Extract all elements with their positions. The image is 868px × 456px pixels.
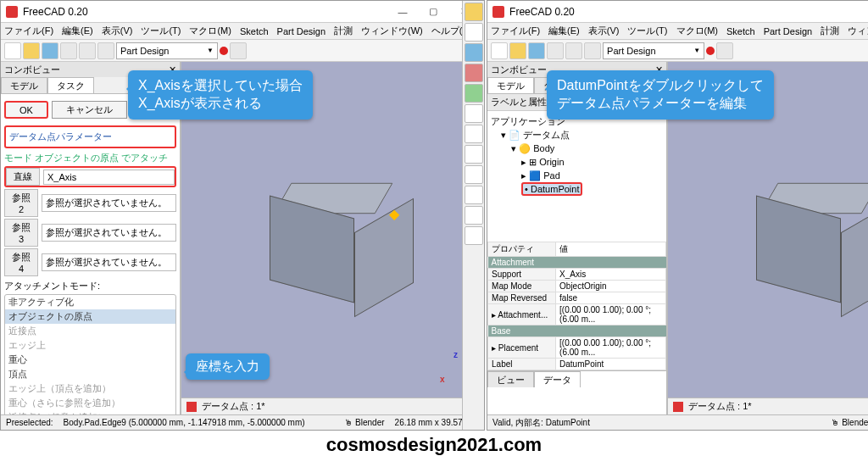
save-icon[interactable] [528, 42, 545, 59]
watermark: cosmosdesign2021.com [0, 431, 868, 456]
annotation-callout-xaxis: X_Axisを選択していた場合 X_Axisが表示される [128, 70, 313, 120]
menu-sketch[interactable]: Sketch [240, 26, 269, 36]
tool-icon[interactable] [465, 165, 483, 184]
ref4-value[interactable]: 参照が選択されていません。 [42, 253, 176, 271]
prop-attoff-val[interactable]: [(0.00 0.00 1.00); 0.00 °; (6.00 m... [556, 304, 666, 325]
redo-icon[interactable] [79, 42, 96, 59]
pocket-icon[interactable] [465, 64, 483, 82]
menu-file[interactable]: ファイル(F) [4, 25, 53, 37]
model-tree[interactable]: アプリケーション ▾ 📄 データム点 ▾ 🟡 Body ▸ ⊞ Origin ▸… [487, 111, 666, 199]
menu-edit[interactable]: 編集(E) [548, 25, 580, 37]
prop-support-val[interactable]: X_Axis [556, 269, 666, 281]
toolbar-top: Part Design [1, 40, 484, 62]
menu-partdesign[interactable]: Part Design [764, 26, 812, 36]
attach-mode-item-selected[interactable]: オブジェクトの原点 [5, 309, 175, 324]
ref3-label: 参照 3 [4, 219, 38, 247]
attach-mode-item[interactable]: 近接点 [5, 324, 175, 338]
cube-model [756, 181, 868, 309]
attach-mode-item[interactable]: エッジ上 [5, 338, 175, 353]
status-preselect-value: Body.Pad.Edge9 (5.000000 mm, -1.147918 m… [64, 418, 305, 427]
cancel-button[interactable]: キャンセル [52, 101, 127, 119]
menu-partdesign[interactable]: Part Design [277, 26, 326, 36]
revolve-icon[interactable] [465, 84, 483, 103]
macro-play-icon[interactable] [230, 42, 247, 59]
workbench-selector[interactable]: Part Design [603, 42, 704, 59]
prop-label-val[interactable]: DatumPoint [556, 359, 666, 370]
prop-placement-key: Placement [498, 343, 538, 353]
tree-origin[interactable]: Origin [539, 157, 564, 167]
tab-data[interactable]: データ [534, 371, 581, 387]
new-doc-icon[interactable] [491, 42, 508, 59]
menu-view[interactable]: 表示(V) [102, 25, 133, 37]
menu-sketch[interactable]: Sketch [726, 26, 755, 36]
menu-macro[interactable]: マクロ(M) [676, 25, 719, 37]
tool-icon[interactable] [465, 104, 483, 123]
menu-measure[interactable]: 計測 [334, 25, 353, 37]
window-title: FreeCAD 0.20 [23, 6, 387, 18]
ref2-value[interactable]: 参照が選択されていません。 [42, 194, 176, 212]
tab-view[interactable]: ビュー [487, 371, 534, 387]
workbench-selector[interactable]: Part Design [116, 42, 218, 59]
redo-icon[interactable] [565, 42, 582, 59]
menubar: ファイル(F) 編集(E) 表示(V) ツール(T) マクロ(M) Sketch… [487, 23, 868, 40]
menu-window[interactable]: ウィンドウ(W) [848, 25, 868, 37]
titlebar: FreeCAD 0.20 — ▢ ✕ [1, 1, 484, 23]
tool-icon[interactable] [465, 186, 483, 204]
menu-macro[interactable]: マクロ(M) [189, 25, 231, 37]
window-title: FreeCAD 0.20 [509, 6, 868, 18]
minimize-button[interactable]: — [387, 2, 418, 22]
tool-icon[interactable] [465, 145, 483, 164]
tree-pad[interactable]: Pad [543, 170, 560, 181]
record-icon[interactable] [220, 47, 228, 55]
app-logo-icon [492, 6, 504, 18]
menu-window[interactable]: ウィンドウ(W) [361, 25, 423, 37]
open-icon[interactable] [23, 42, 40, 59]
tool-icon[interactable] [465, 226, 483, 245]
refresh-icon[interactable] [97, 42, 114, 59]
menu-tools[interactable]: ツール(T) [141, 25, 181, 37]
doc-tab[interactable]: データム点 : 1* [688, 400, 752, 413]
prop-placement-val[interactable]: [(0.00 0.00 1.00); 0.00 °; (6.00 m... [556, 337, 666, 359]
status-bar: Valid, 内部名: DatumPoint 🖱 Blender 26.18 m… [487, 414, 868, 430]
doc-tab[interactable]: データム点 : 1* [202, 400, 265, 413]
attach-mode-item[interactable]: エッジ上（頂点を追加） [5, 381, 175, 396]
prop-mapmode-key: Map Mode [488, 281, 556, 292]
tab-task[interactable]: タスク [47, 77, 94, 93]
maximize-button[interactable]: ▢ [418, 2, 448, 22]
tab-model[interactable]: モデル [1, 77, 47, 93]
prop-maprev-val[interactable]: false [556, 292, 666, 304]
menu-view[interactable]: 表示(V) [588, 25, 620, 37]
prop-col-val: 値 [556, 242, 666, 257]
save-icon[interactable] [42, 42, 58, 59]
nav-style[interactable]: 🖱 Blender [344, 418, 384, 427]
tool-icon[interactable] [465, 125, 483, 143]
tree-datumpoint[interactable]: DatumPoint [531, 184, 579, 194]
tree-body[interactable]: Body [533, 143, 554, 153]
menu-file[interactable]: ファイル(F) [491, 25, 540, 37]
ref3-value[interactable]: 参照が選択されていません。 [42, 224, 176, 242]
undo-icon[interactable] [547, 42, 564, 59]
menu-measure[interactable]: 計測 [821, 25, 839, 37]
toolbar-top: Part Design [487, 40, 868, 62]
attach-mode-list[interactable]: 非アクティブ化 オブジェクトの原点 近接点 エッジ上 重心 頂点 エッジ上（頂点… [4, 294, 176, 414]
prop-label-key: Label [488, 359, 556, 370]
menu-tools[interactable]: ツール(T) [627, 25, 667, 37]
record-icon[interactable] [706, 47, 715, 55]
ref1-value[interactable]: X_Axis [43, 170, 175, 185]
attach-mode-item[interactable]: 頂点 [5, 367, 175, 381]
attach-mode-item[interactable]: 重心（さらに参照を追加） [5, 396, 175, 410]
undo-icon[interactable] [60, 42, 77, 59]
ok-button[interactable]: OK [4, 101, 48, 119]
macro-play-icon[interactable] [716, 42, 733, 59]
refresh-icon[interactable] [584, 42, 601, 59]
attach-mode-item[interactable]: 非アクティブ化 [5, 295, 175, 309]
new-doc-icon[interactable] [4, 42, 21, 59]
menu-edit[interactable]: 編集(E) [62, 25, 93, 37]
nav-style[interactable]: 🖱 Blender [831, 418, 868, 427]
prop-mapmode-val[interactable]: ObjectOrigin [556, 281, 666, 292]
tree-document[interactable]: データム点 [523, 130, 570, 140]
attach-mode-item[interactable]: 重心 [5, 353, 175, 367]
tab-model[interactable]: モデル [487, 77, 534, 93]
open-icon[interactable] [509, 42, 526, 59]
tool-icon[interactable] [465, 206, 483, 225]
